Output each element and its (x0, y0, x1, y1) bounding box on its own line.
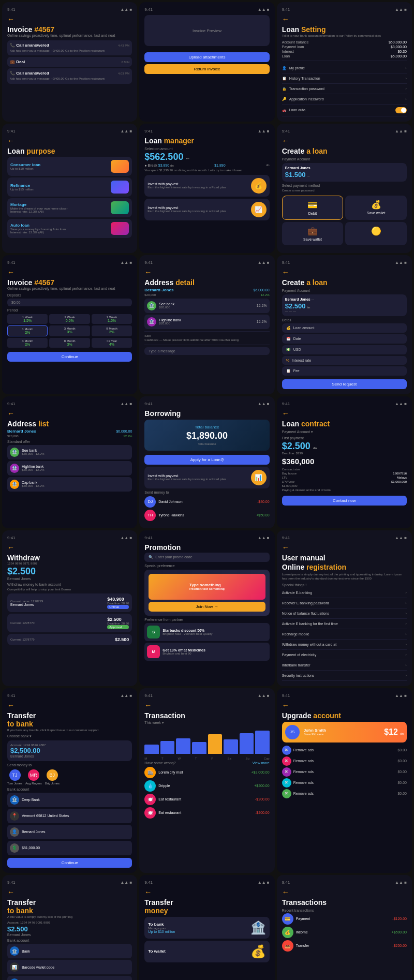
invest-card-1[interactable]: Invest with payvest Earn the highest int… (144, 175, 269, 197)
withdraw-bank-label: Withdraw money to bank account (7, 583, 132, 586)
view-more-link[interactable]: View more (253, 761, 270, 765)
bar-sat (224, 739, 238, 754)
back-icon-1[interactable]: ← (7, 15, 132, 23)
coin-option[interactable]: 🟡 (345, 222, 407, 245)
join-now-btn[interactable]: Join Now → (149, 602, 265, 612)
back-icon-20[interactable]: ← (144, 888, 269, 896)
transactions-list-label: Recent transactions (282, 909, 407, 912)
period-1m[interactable]: 1 Month2% (7, 325, 48, 336)
medicines-promo[interactable]: M Get 13% off at Medicines Brighton and … (144, 643, 269, 661)
save-wallet-option[interactable]: 💰 Save wallet (345, 196, 407, 220)
menu-payment-elec[interactable]: Payment of electricity› (282, 650, 407, 660)
invoice-title-1: Invoice #4567 (7, 25, 132, 34)
consumer-loan[interactable]: Consumer loan Up to $10 million (7, 157, 132, 176)
person-aug[interactable]: MR Aug Rogers (25, 769, 42, 785)
menu-interbank[interactable]: Interbank transfer› (282, 660, 407, 671)
back-icon-9[interactable]: ← (282, 268, 407, 276)
back-icon-4[interactable]: ← (7, 137, 132, 145)
back-icon-10[interactable]: ← (7, 409, 132, 418)
period-4m[interactable]: 4 Month2% (7, 338, 48, 348)
see-bank-row[interactable]: 🏦 See bank $20,000 12.2% (144, 299, 269, 313)
auto-loan[interactable]: Auto loan Save your money by choosing Au… (7, 219, 132, 238)
menu-withdraw-card[interactable]: Withdraw money without a card at› (282, 640, 407, 650)
back-icon-12[interactable]: ← (282, 409, 407, 418)
back-icon-6[interactable]: ← (282, 137, 407, 145)
loan-manager-desc: You spent $1,230.26 on dining out this m… (144, 168, 269, 172)
debit-option[interactable]: 💳 Debit (282, 196, 344, 220)
deep-bank-row[interactable]: 🏦Deep Bank (7, 793, 132, 807)
menu-trans-pwd[interactable]: 🔒Transaction password› (282, 84, 407, 94)
continue-btn-2[interactable]: Continue (7, 858, 132, 868)
period-3w[interactable]: 3 Week1.5% (92, 314, 132, 324)
back-icon-3[interactable]: ← (282, 15, 407, 23)
notif-3: 📞 Call unanswered 4:03 PM Ask has sent y… (7, 68, 132, 83)
to-wallet-option[interactable]: To wallet 💰 (144, 941, 269, 962)
menu-history[interactable]: 📋History Transaction› (282, 73, 407, 84)
contract-detail-5: $1,000,000 (282, 484, 407, 487)
person-tom[interactable]: TJ Tom Jones (7, 769, 22, 785)
menu-recharge[interactable]: Recharge mobile› (282, 629, 407, 640)
status-bar-15: 9:41 ▲▲ ■ (282, 536, 407, 540)
to-bank-option[interactable]: To bank Manage your Up to $10 million 🏦 (144, 917, 269, 939)
back-icon-17[interactable]: ← (144, 701, 269, 709)
bank-option-1[interactable]: 🏦Bank (7, 944, 132, 958)
continue-btn-1[interactable]: Continue (7, 352, 132, 362)
borrow-invest-card[interactable]: Invest with payvest Earn the highest int… (144, 467, 269, 488)
withdraw-note: Compatibility will help to stop your lim… (7, 587, 132, 591)
barcode-wallet-row[interactable]: 📊Barcode wallet code (7, 960, 132, 974)
back-icon-7[interactable]: ← (7, 268, 132, 276)
menu-activate-first[interactable]: Activate E banking for the first time› (282, 619, 407, 629)
borrowing-card: 9:41 ▲▲ ■ Borrowing Total balance $1,890… (139, 396, 274, 528)
menu-notice-balance[interactable]: Notice of balance fluctuations› (282, 608, 407, 619)
apply-loan-btn[interactable]: Apply for a Loan ₿ (144, 455, 269, 465)
promo-search-bar[interactable]: 🔍 Enter your promo code (144, 553, 269, 562)
menu-security[interactable]: Security instructions› (282, 671, 407, 681)
contact-now-btn[interactable]: Contact now (282, 496, 407, 506)
upload-attachments-btn[interactable]: Upload attachments (144, 52, 269, 62)
menu-recover-ebank[interactable]: Recover E banking password› (282, 598, 407, 608)
trans-list-3: 📤 Transfer -$250.00 (282, 940, 407, 952)
person-brig[interactable]: BJ Brig Jones (45, 769, 60, 785)
refinance-loan[interactable]: Refinance Up to $15 million (7, 177, 132, 197)
eat-icon-1: 🍽️ (144, 794, 156, 805)
mortage-loan[interactable]: Mortage Make the dream of your own home … (7, 198, 132, 217)
period-2w[interactable]: 2 Week0.5% (49, 314, 90, 324)
menu-profile[interactable]: 👤My profile› (282, 63, 407, 73)
back-icon-8[interactable]: ← (144, 268, 269, 276)
menu-app-pwd[interactable]: 🔑Application Password› (282, 94, 407, 105)
withdraw-entry-3: Current: 1278779 $2.500 (7, 634, 132, 645)
notif-1: 📞 Call unanswered 4:43 PM Ask has sent y… (7, 40, 132, 55)
menu-loan-auto[interactable]: 🚗Loan auto (282, 105, 407, 116)
status-bar-10: 9:41 ▲▲ ■ (7, 402, 132, 406)
highline-bank-row[interactable]: 🏦 Highline bank $20,000 12.2% (144, 315, 269, 329)
back-icon-16[interactable]: ← (7, 701, 132, 709)
save-wallet-2-option[interactable]: 💼 Save wallet (282, 222, 344, 245)
bernard-row: 👤Bernard Jones (7, 825, 132, 839)
starbucks-promo[interactable]: S Starbucks discount 50% Brighton Mall -… (144, 623, 269, 641)
cap-bank-list-row[interactable]: 🏦 Cap bank$20,000 · 12.2% (7, 477, 132, 492)
back-icon-21[interactable]: ← (282, 888, 407, 896)
period-9m[interactable]: 9 Month2% (92, 325, 132, 336)
highline-bank-list-row[interactable]: 🏦 Highline bank$20,000 · 12.2% (7, 461, 132, 476)
back-icon-19[interactable]: ← (7, 888, 132, 896)
contract-terms: Paying & interest at the end of term (282, 488, 407, 492)
back-icon-13[interactable]: ← (7, 543, 132, 552)
menu-activate-ebank[interactable]: Activate E-banking› (282, 588, 407, 598)
loan-contract-title: Loan contract (282, 420, 407, 428)
period-1w[interactable]: 1 Week1.5% (7, 314, 48, 324)
period-1y[interactable]: >1 Year4% (92, 338, 132, 348)
send-request-btn-1[interactable]: Send request (282, 379, 407, 389)
invest-card-2[interactable]: Invest with payvest Earn the highest int… (144, 199, 269, 220)
back-icon-18[interactable]: ← (282, 701, 407, 709)
special-pref-label: Special preference (144, 564, 269, 568)
deposits-input[interactable]: $0.00 (7, 299, 132, 306)
remove-icon-5: ✖ (282, 789, 291, 798)
period-8m[interactable]: 8 Month3% (49, 338, 90, 348)
promo-banner-card[interactable]: Type something Position text something J… (144, 570, 269, 616)
return-invoice-btn[interactable]: Return invoice (144, 64, 269, 74)
back-icon-15[interactable]: ← (282, 543, 407, 552)
facebook-wallet-row[interactable]: fFacebook wallet (7, 976, 132, 980)
period-3m[interactable]: 3 Month3% (49, 325, 90, 336)
see-bank-list-row[interactable]: 🏦 See bank$20,000 · 12.2% (7, 445, 132, 459)
type-message-input[interactable]: Type a message (144, 347, 269, 355)
